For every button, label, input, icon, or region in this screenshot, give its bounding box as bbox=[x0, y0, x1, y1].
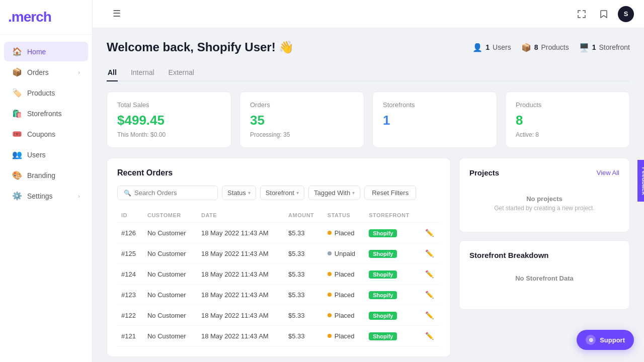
order-id-5: #121 bbox=[117, 326, 143, 346]
shopify-badge-2: Shopify bbox=[369, 270, 397, 279]
sidebar-item-orders[interactable]: 📦 Orders › bbox=[4, 62, 88, 82]
order-date-1: 18 May 2022 11:43 AM bbox=[197, 243, 284, 264]
col-header-storefront: STOREFRONT bbox=[365, 208, 421, 223]
order-amount-4: $5.33 bbox=[284, 305, 324, 326]
feedback-button[interactable]: Feedback bbox=[637, 160, 644, 202]
orders-icon: 📦 bbox=[12, 67, 22, 77]
search-icon: 🔍 bbox=[124, 190, 131, 197]
sidebar-item-settings[interactable]: ⚙️ Settings › bbox=[4, 186, 88, 206]
main-content: Welcome back, Shopify User! 👋 👤 1 Users📦… bbox=[93, 28, 644, 362]
order-customer-0: No Customer bbox=[143, 223, 197, 243]
topbar: ☰ S bbox=[93, 0, 644, 28]
header-stat-storefront: 🖥️ 1 Storefront bbox=[579, 43, 630, 52]
col-header-date: DATE bbox=[197, 208, 284, 223]
sidebar-label-orders: Orders bbox=[27, 68, 49, 76]
storefronts-icon: 🛍️ bbox=[12, 109, 22, 118]
stat-icon-products: 📦 bbox=[521, 43, 531, 52]
order-id-0: #126 bbox=[117, 223, 143, 243]
edit-icon-3[interactable]: ✏️ bbox=[425, 291, 434, 299]
table-row: #124 No Customer 18 May 2022 11:43 AM $5… bbox=[117, 264, 440, 285]
order-status-1: Unpaid bbox=[324, 243, 365, 264]
products-icon: 🏷️ bbox=[12, 88, 22, 98]
order-amount-2: $5.33 bbox=[284, 264, 324, 285]
two-col-layout: Recent Orders 🔍 Status ▾ Storefront ▾ bbox=[107, 158, 630, 357]
order-amount-0: $5.33 bbox=[284, 223, 324, 243]
settings-icon: ⚙️ bbox=[12, 191, 22, 201]
tab-internal[interactable]: Internal bbox=[130, 64, 155, 81]
col-header-status: STATUS bbox=[324, 208, 365, 223]
stat-card-0: Total Sales $499.45 This Month: $0.00 bbox=[107, 92, 231, 148]
support-button[interactable]: ⊕ Support bbox=[577, 330, 634, 350]
projects-empty-title: No projects bbox=[469, 195, 619, 203]
stat-card-2: Storefronts 1 bbox=[372, 92, 497, 148]
storefront-filter[interactable]: Storefront ▾ bbox=[260, 186, 304, 200]
user-avatar[interactable]: S bbox=[618, 6, 634, 22]
edit-icon-5[interactable]: ✏️ bbox=[425, 332, 434, 340]
edit-icon-0[interactable]: ✏️ bbox=[425, 229, 434, 237]
tab-external[interactable]: External bbox=[168, 64, 195, 81]
order-date-5: 18 May 2022 11:43 AM bbox=[197, 326, 284, 346]
search-input[interactable] bbox=[134, 189, 211, 197]
table-row: #123 No Customer 18 May 2022 11:43 AM $5… bbox=[117, 285, 440, 305]
sidebar-item-branding[interactable]: 🎨 Branding bbox=[4, 165, 88, 185]
header-stat-users: 👤 1 Users bbox=[472, 43, 511, 52]
sidebar-label-users: Users bbox=[27, 151, 46, 159]
order-edit-5[interactable]: ✏️ bbox=[421, 326, 440, 346]
tab-all[interactable]: All bbox=[107, 64, 118, 81]
edit-icon-4[interactable]: ✏️ bbox=[425, 311, 434, 319]
shopify-badge-5: Shopify bbox=[369, 332, 397, 340]
order-id-1: #125 bbox=[117, 243, 143, 264]
storefront-empty-message: No Storefront Data bbox=[469, 275, 619, 282]
col-header-amount: AMOUNT bbox=[284, 208, 324, 223]
order-status-5: Placed bbox=[324, 326, 365, 346]
users-icon: 👥 bbox=[12, 150, 22, 159]
order-edit-3[interactable]: ✏️ bbox=[421, 285, 440, 305]
stat-card-label-2: Storefronts bbox=[383, 101, 487, 109]
order-id-4: #122 bbox=[117, 305, 143, 326]
order-date-2: 18 May 2022 11:43 AM bbox=[197, 264, 284, 285]
col-header-id: ID bbox=[117, 208, 143, 223]
order-edit-0[interactable]: ✏️ bbox=[421, 223, 440, 243]
shopify-badge-1: Shopify bbox=[369, 250, 397, 258]
stat-card-value-2: 1 bbox=[383, 113, 487, 128]
sidebar-nav: 🏠 Home 📦 Orders ›🏷️ Products 🛍️ Storefro… bbox=[0, 35, 92, 362]
right-column: Projects View All No projects Get starte… bbox=[459, 158, 630, 357]
content-tabs: AllInternalExternal bbox=[107, 64, 630, 81]
order-date-4: 18 May 2022 11:43 AM bbox=[197, 305, 284, 326]
order-storefront-1: Shopify bbox=[365, 243, 421, 264]
reset-filters-button[interactable]: Reset Filters bbox=[364, 186, 416, 200]
page-title: Welcome back, Shopify User! 👋 bbox=[107, 40, 294, 54]
stat-count-products: 8 bbox=[534, 43, 538, 51]
bookmark-icon[interactable] bbox=[596, 6, 612, 22]
order-customer-4: No Customer bbox=[143, 305, 197, 326]
stat-icon-users: 👤 bbox=[472, 43, 482, 52]
order-edit-1[interactable]: ✏️ bbox=[421, 243, 440, 264]
status-dot-4 bbox=[328, 313, 332, 317]
order-amount-3: $5.33 bbox=[284, 285, 324, 305]
table-row: #126 No Customer 18 May 2022 11:43 AM $5… bbox=[117, 223, 440, 243]
stat-card-label-1: Orders bbox=[250, 101, 354, 109]
sidebar-item-users[interactable]: 👥 Users bbox=[4, 145, 88, 164]
tagged-with-filter[interactable]: Tagged With ▾ bbox=[308, 186, 360, 200]
sidebar-label-branding: Branding bbox=[27, 171, 55, 179]
sidebar-item-coupons[interactable]: 🎟️ Coupons bbox=[4, 124, 88, 144]
sidebar-item-storefronts[interactable]: 🛍️ Storefronts bbox=[4, 104, 88, 123]
status-filter[interactable]: Status ▾ bbox=[222, 186, 256, 200]
sidebar-item-home[interactable]: 🏠 Home bbox=[4, 42, 88, 61]
orders-panel: Recent Orders 🔍 Status ▾ Storefront ▾ bbox=[107, 158, 451, 357]
page-header: Welcome back, Shopify User! 👋 👤 1 Users📦… bbox=[107, 40, 630, 54]
sidebar-item-products[interactable]: 🏷️ Products bbox=[4, 83, 88, 103]
hamburger-button[interactable]: ☰ bbox=[103, 0, 131, 28]
edit-icon-1[interactable]: ✏️ bbox=[425, 249, 434, 257]
order-edit-2[interactable]: ✏️ bbox=[421, 264, 440, 285]
projects-empty-sub: Get started by creating a new project. bbox=[469, 205, 619, 212]
stat-card-sub-1: Processing: 35 bbox=[250, 131, 354, 138]
order-edit-4[interactable]: ✏️ bbox=[421, 305, 440, 326]
expand-icon[interactable] bbox=[574, 6, 590, 22]
search-box[interactable]: 🔍 bbox=[117, 186, 218, 200]
order-customer-2: No Customer bbox=[143, 264, 197, 285]
view-all-button[interactable]: View All bbox=[597, 169, 619, 176]
storefront-breakdown-title: Storefront Breakdown bbox=[469, 251, 619, 259]
edit-icon-2[interactable]: ✏️ bbox=[425, 270, 434, 278]
stat-label-storefront: Storefront bbox=[599, 43, 630, 51]
